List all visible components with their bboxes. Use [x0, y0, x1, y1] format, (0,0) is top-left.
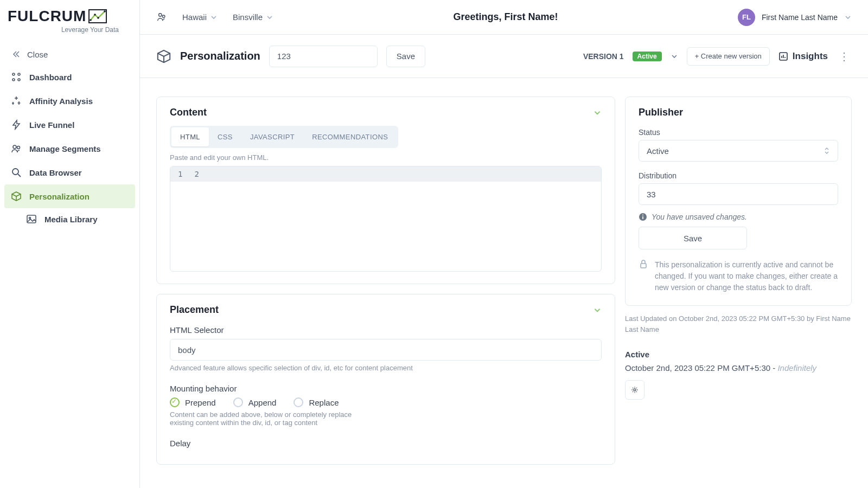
logo-chart-icon — [88, 9, 107, 23]
search-icon — [11, 167, 22, 178]
sidebar-item-label: Personalization — [29, 192, 90, 201]
svg-point-8 — [18, 79, 20, 81]
mounting-label: Mounting behavior — [170, 384, 602, 393]
sidebar-item-personalization[interactable]: Personalization — [4, 184, 135, 208]
sidebar-item-media-library[interactable]: Media Library — [4, 208, 135, 230]
sidebar-item-label: Data Browser — [29, 168, 82, 177]
collapse-placement-icon[interactable] — [593, 306, 602, 314]
info-icon — [639, 213, 647, 221]
mounting-hint: Content can be added above, below or com… — [170, 410, 365, 427]
svg-point-4 — [104, 10, 106, 12]
status-select[interactable]: Active — [639, 140, 838, 162]
sidebar-item-dashboard[interactable]: Dashboard — [4, 65, 135, 89]
sparkle-icon — [11, 95, 22, 106]
selector-label: HTML Selector — [170, 325, 602, 335]
unsaved-warning: You have unsaved changes. — [639, 213, 838, 221]
radio-icon — [293, 397, 303, 407]
sidebar-item-live-funnel[interactable]: Live Funnel — [4, 113, 135, 137]
placement-card-title: Placement — [170, 304, 219, 316]
distribution-input[interactable] — [639, 183, 838, 205]
svg-point-11 — [17, 146, 20, 149]
chevron-down-icon — [844, 14, 852, 21]
code-line-numbers: 12 — [170, 166, 601, 182]
sidebar-item-label: Affinity Analysis — [29, 97, 93, 106]
version-chevron-down-icon[interactable] — [671, 53, 678, 60]
main-nav: Close Dashboard Affinity Analysis — [0, 38, 139, 235]
sidebar-item-segments[interactable]: Manage Segments — [4, 137, 135, 160]
svg-rect-27 — [642, 216, 643, 219]
sidebar-item-data-browser[interactable]: Data Browser — [4, 160, 135, 184]
version-label: VERSION 1 — [583, 52, 624, 61]
distribution-label: Distribution — [639, 171, 838, 180]
chevron-double-left-icon — [11, 49, 22, 60]
svg-point-3 — [98, 17, 100, 19]
bolt-icon — [11, 119, 22, 130]
delay-label: Delay — [170, 439, 602, 448]
create-version-button[interactable]: + Create new version — [687, 47, 770, 66]
save-name-button[interactable]: Save — [386, 46, 425, 67]
svg-point-6 — [18, 73, 20, 75]
tab-recommendations[interactable]: RECOMMENDATIONS — [303, 127, 397, 146]
mounting-prepend[interactable]: Prepend — [170, 397, 216, 407]
tab-css[interactable]: CSS — [209, 127, 241, 146]
svg-point-5 — [12, 73, 15, 75]
placement-card: Placement HTML Selector Advanced feature… — [156, 294, 615, 465]
content-hint: Paste and edit your own HTML. — [170, 153, 602, 162]
insights-label: Insights — [793, 51, 828, 62]
sidebar-item-label: Media Library — [44, 215, 98, 224]
main: Hawaii Binsville Greetings, First Name! … — [140, 0, 868, 488]
content-card: Content HTML CSS JAVASCRIPT RECOMMENDATI… — [156, 97, 615, 284]
svg-rect-29 — [641, 264, 646, 268]
svg-point-18 — [159, 13, 162, 16]
last-updated: Last Updated on October 2nd, 2023 05:22 … — [625, 313, 852, 335]
more-menu-icon[interactable]: ⋮ — [837, 50, 852, 63]
sidebar-item-label: Dashboard — [29, 73, 72, 82]
content-card-title: Content — [170, 107, 207, 118]
site-selector[interactable]: Binsville — [233, 12, 273, 22]
content-area: Content HTML CSS JAVASCRIPT RECOMMENDATI… — [140, 78, 868, 488]
logo: FULCRUM Leverage Your Data — [0, 0, 139, 38]
subheader: Personalization Save VERSION 1 Active + … — [140, 35, 868, 78]
mounting-replace[interactable]: Replace — [293, 397, 339, 407]
status-value: Active — [647, 146, 669, 156]
users-icon — [11, 143, 22, 154]
cube-icon — [11, 191, 22, 202]
radio-label: Replace — [309, 398, 339, 407]
collapse-content-icon[interactable] — [593, 108, 602, 117]
svg-point-19 — [162, 15, 165, 17]
site-selector-label: Binsville — [233, 12, 263, 22]
brand-name: FULCRUM — [8, 8, 86, 25]
org-selector[interactable]: Hawaii — [182, 12, 218, 22]
code-editor[interactable]: 12 — [170, 166, 602, 272]
sidebar-item-affinity[interactable]: Affinity Analysis — [4, 89, 135, 113]
greeting: Greetings, First Name! — [286, 11, 725, 23]
svg-point-1 — [90, 19, 92, 21]
publisher-save-button[interactable]: Save — [639, 227, 747, 249]
org-selector-label: Hawaii — [182, 12, 207, 22]
org-switcher-icon[interactable] — [156, 12, 167, 23]
select-arrows-icon — [824, 146, 830, 155]
chevron-down-icon — [266, 14, 273, 21]
close-nav[interactable]: Close — [4, 43, 135, 65]
selector-hint: Advanced feature allows specific selecti… — [170, 364, 602, 372]
unsaved-text: You have unsaved changes. — [652, 213, 747, 221]
sidebar-item-label: Live Funnel — [29, 120, 74, 130]
mounting-append[interactable]: Append — [233, 397, 277, 407]
personalization-name-input[interactable] — [269, 46, 378, 67]
tab-javascript[interactable]: JAVASCRIPT — [241, 127, 303, 146]
history-settings-button[interactable] — [625, 380, 644, 400]
user-name: First Name Last Name — [762, 13, 838, 22]
radio-icon — [170, 397, 180, 407]
user-menu[interactable]: FL First Name Last Name — [738, 9, 852, 26]
history-range: October 2nd, 2023 05:22 PM GMT+5:30 - In… — [625, 363, 852, 373]
status-label: Status — [639, 128, 838, 137]
svg-point-30 — [634, 389, 636, 391]
image-icon — [26, 214, 37, 224]
cube-icon — [156, 49, 171, 64]
insights-link[interactable]: Insights — [778, 51, 828, 62]
tab-html[interactable]: HTML — [171, 127, 209, 146]
selector-input[interactable] — [170, 339, 602, 361]
page-title: Personalization — [180, 50, 260, 62]
svg-point-10 — [13, 145, 16, 149]
svg-marker-9 — [13, 120, 20, 129]
